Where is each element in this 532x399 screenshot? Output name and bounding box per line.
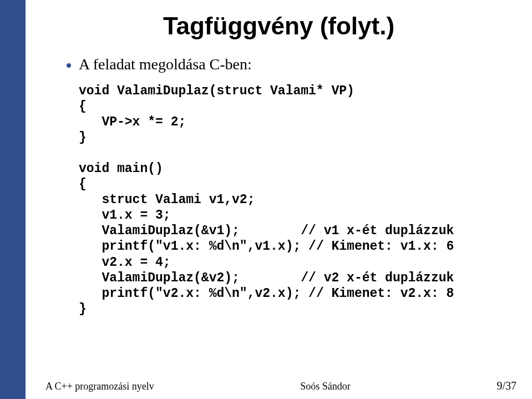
slide-footer: A C++ programozási nyelv Soós Sándor 9/3… <box>26 380 532 392</box>
code-line-left: printf("v1.x: %d\n",v1.x); <box>79 239 301 254</box>
code-block: void ValamiDuplaz(struct Valami* VP) { V… <box>79 83 521 317</box>
code-line: void ValamiDuplaz(struct Valami* VP) <box>79 84 354 98</box>
footer-page-number: 9/37 <box>496 380 516 392</box>
code-line: void main() <box>79 161 163 176</box>
footer-center: Soós Sándor <box>300 381 351 392</box>
code-line-left: ValamiDuplaz(&v2); <box>79 271 240 285</box>
code-line: v2.x = 4; <box>79 255 171 270</box>
code-line: struct Valami v1,v2; <box>79 193 255 207</box>
code-line: } <box>79 302 87 316</box>
code-line-comment: // v2 x-ét duplázzuk <box>301 271 454 285</box>
sidebar-accent <box>0 0 26 399</box>
code-line: { <box>79 99 87 114</box>
code-line: v1.x = 3; <box>79 208 171 223</box>
code-line: VP->x *= 2; <box>79 115 186 129</box>
bullet-item: A feladat megoldása C-ben: <box>67 55 521 73</box>
slide: Tagfüggvény (folyt.) A feladat megoldása… <box>0 0 532 399</box>
code-line-left: ValamiDuplaz(&v1); <box>79 224 240 238</box>
code-line-comment: // Kimenet: v2.x: 8 <box>308 286 454 301</box>
slide-content: Tagfüggvény (folyt.) A feladat megoldása… <box>26 0 532 399</box>
code-line-left: printf("v2.x: %d\n",v2.x); <box>79 286 301 301</box>
code-line-comment: // Kimenet: v1.x: 6 <box>308 239 454 254</box>
code-line-comment: // v1 x-ét duplázzuk <box>301 224 454 238</box>
bullet-text: A feladat megoldása C-ben: <box>79 55 252 73</box>
code-line: { <box>79 177 87 191</box>
footer-left: A C++ programozási nyelv <box>45 381 154 392</box>
slide-title: Tagfüggvény (folyt.) <box>37 12 521 40</box>
bullet-dot-icon <box>67 63 71 68</box>
code-line: } <box>79 130 87 145</box>
